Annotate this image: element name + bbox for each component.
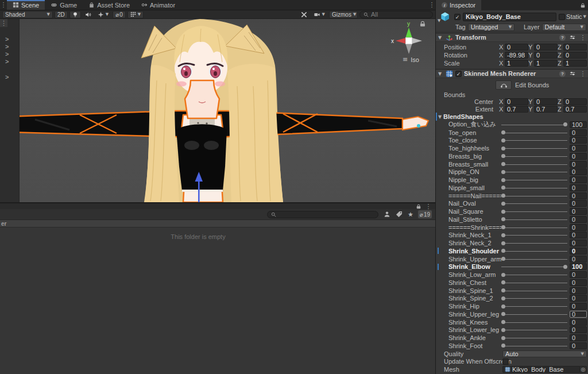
z-field[interactable]: 0 [563,52,587,59]
blendshape-value-field[interactable]: 0 [570,342,587,349]
x-field[interactable]: 1 [505,60,528,67]
blendshape-slider[interactable] [501,137,567,145]
blendshape-slider[interactable] [501,342,567,350]
component-menu-icon[interactable]: ⋮ [579,70,586,78]
slider-knob[interactable] [501,328,505,332]
presets-icon[interactable] [569,34,576,40]
chevron-right-icon[interactable]: > [5,58,9,65]
slider-knob[interactable] [563,265,567,269]
blendshape-value-field[interactable]: 0 [570,129,587,136]
blendshape-slider[interactable] [501,129,567,137]
slider-knob[interactable] [501,288,505,292]
active-checkbox[interactable]: ✓ [454,14,461,20]
scene-viewport[interactable]: y x ≡ Iso [19,19,435,202]
hidden-objects-toggle[interactable]: ⌀0 [113,11,126,18]
blendshape-value-field[interactable]: 0 [570,161,587,168]
grid-snap-dropdown[interactable]: ▼ [127,11,144,18]
tab-game[interactable]: Game [45,0,83,10]
slider-knob[interactable] [501,178,505,182]
slider-knob[interactable] [501,273,505,277]
chevron-right-icon[interactable]: > [5,51,9,57]
blendshape-value-field[interactable]: 0 [570,208,587,215]
gameobject-name-field[interactable]: Kikyo_Body_Base [463,13,556,21]
slider-knob[interactable] [501,249,505,253]
blendshape-slider[interactable] [501,207,567,215]
smr-header[interactable]: ▼ ✓ Skinned Mesh Renderer ? ⋮ [436,69,588,78]
slider-knob[interactable] [501,296,505,300]
gameobject-icon[interactable]: ▼ [438,11,452,22]
blendshape-value-field[interactable]: 0 [570,192,587,199]
static-checkbox[interactable] [559,14,565,20]
scene-orientation-gizmo[interactable]: y x [390,20,427,56]
blendshape-slider[interactable] [501,168,567,176]
mesh-object-field[interactable]: Kikyo_Body_Base [502,366,580,373]
effects-dropdown[interactable]: ▼ [95,11,111,18]
blendshape-slider[interactable] [501,184,567,192]
slider-knob[interactable] [501,304,505,309]
blendshape-slider[interactable] [501,302,567,310]
update-when-offscreen-checkbox[interactable] [502,358,509,365]
window-menu-icon[interactable]: ⋮ [0,0,7,10]
slider-knob[interactable] [501,217,505,221]
y-field[interactable]: 0 [534,52,558,59]
slider-knob[interactable] [501,312,505,316]
z-field[interactable]: 0 [563,44,587,51]
z-field[interactable]: 0 [563,98,587,105]
blendshape-slider[interactable] [501,192,567,200]
blendshape-slider[interactable] [501,232,567,240]
lock-icon[interactable] [416,204,421,209]
y-field[interactable]: 0 [534,44,558,51]
slider-knob[interactable] [501,280,505,284]
2d-toggle-button[interactable]: 2D [55,11,68,18]
blendshape-slider[interactable] [501,200,567,208]
y-field[interactable]: 0.7 [534,106,558,113]
blendshape-value-field[interactable]: 0 [570,232,587,238]
blendshape-value-field[interactable]: 0 [570,271,587,278]
blendshape-slider[interactable] [501,144,567,152]
tab-scene[interactable]: Scene [7,0,45,10]
slider-knob[interactable] [501,344,505,348]
blendshape-slider[interactable] [501,152,567,160]
slider-knob[interactable] [501,210,505,214]
blendshape-slider[interactable] [501,263,567,271]
help-icon[interactable]: ? [559,71,566,77]
blendshape-value-field[interactable]: 0 [570,184,587,191]
blendshape-value-field[interactable]: 0 [570,168,587,175]
slider-knob[interactable] [501,186,505,190]
gizmos-dropdown[interactable]: Gizmos▼ [329,11,358,18]
foldout-icon[interactable]: ▼ [438,35,443,40]
chevron-right-icon[interactable]: > [5,36,9,43]
edit-bounds-button[interactable] [496,80,512,90]
blendshape-value-field[interactable]: 0 [570,248,587,255]
save-search-button[interactable]: ★ [408,211,413,218]
blendshape-slider[interactable] [501,247,567,255]
scene-pane-menu-icon[interactable]: ⋮ [428,0,435,10]
slider-knob[interactable] [501,162,505,166]
blendshapes-foldout[interactable]: ▼ BlendShapes [436,113,588,121]
projection-mode-label[interactable]: ≡ Iso [403,56,419,63]
blendshape-slider[interactable] [501,287,567,295]
blendshape-value-field[interactable]: 0 [570,303,587,310]
slider-knob[interactable] [501,241,505,245]
slider-knob[interactable] [501,336,505,340]
blendshape-slider[interactable] [501,160,567,168]
slider-knob[interactable] [501,170,505,174]
slider-knob[interactable] [501,194,505,198]
blendshape-slider[interactable] [501,310,567,318]
blendshape-slider[interactable] [501,121,567,129]
foldout-icon[interactable]: ▼ [438,71,443,76]
project-breadcrumb[interactable]: er [0,220,435,228]
blendshape-slider[interactable] [501,318,567,326]
help-icon[interactable]: ? [559,34,566,41]
strip-menu-icon[interactable]: ⋮ [0,19,7,27]
blendshape-value-field[interactable]: 0 [570,279,587,286]
blendshape-slider[interactable] [501,215,567,223]
blendshape-slider[interactable] [501,223,567,232]
blendshape-value-field[interactable]: 0 [570,224,587,231]
shading-mode-dropdown[interactable]: Shaded▼ [2,11,53,18]
x-field[interactable]: 0 [505,44,528,51]
blendshape-value-field[interactable]: 0 [570,153,587,160]
hidden-packages-toggle[interactable]: ⌀19 [418,210,432,218]
smr-enabled-checkbox[interactable]: ✓ [455,71,462,77]
chevron-right-icon[interactable]: > [5,43,9,50]
